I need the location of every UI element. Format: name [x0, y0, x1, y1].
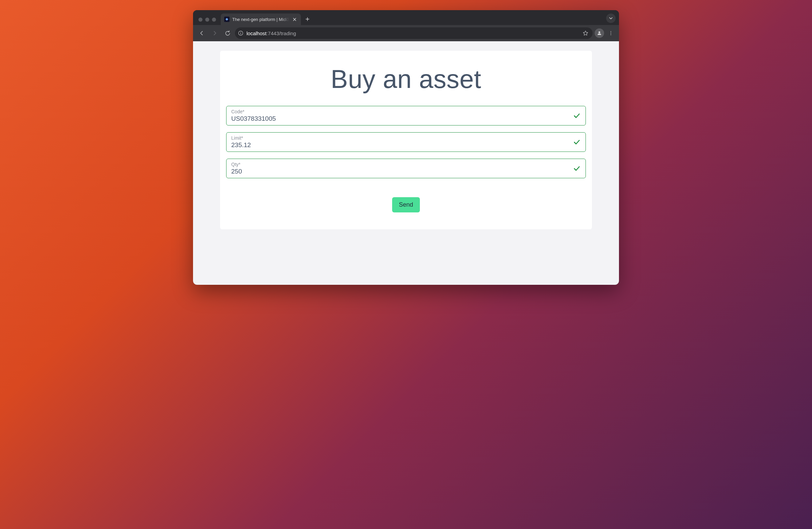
- svg-marker-0: [226, 18, 228, 20]
- tabs-dropdown-button[interactable]: [606, 14, 615, 23]
- svg-point-5: [610, 31, 611, 32]
- code-field[interactable]: Code*: [226, 106, 586, 126]
- tab-close-icon[interactable]: [292, 17, 298, 22]
- check-icon: [572, 165, 581, 172]
- submit-row: Send: [226, 197, 586, 212]
- qty-label: Qty*: [231, 162, 572, 167]
- browser-window: The next-gen platform | Midi3: [193, 10, 619, 285]
- qty-field[interactable]: Qty*: [226, 159, 586, 178]
- limit-input[interactable]: [231, 141, 572, 149]
- forward-button[interactable]: [209, 28, 220, 39]
- svg-point-7: [610, 34, 611, 35]
- tab-strip: The next-gen platform | Midi3: [193, 10, 619, 25]
- bookmark-star-icon[interactable]: [581, 29, 590, 38]
- window-minimize-dot[interactable]: [205, 18, 209, 22]
- back-button[interactable]: [197, 28, 207, 39]
- address-bar[interactable]: localhost:7443/trading: [235, 27, 593, 39]
- browser-toolbar: localhost:7443/trading: [193, 25, 619, 41]
- limit-label: Limit*: [231, 135, 572, 141]
- url-text: localhost:7443/trading: [246, 30, 296, 36]
- page-title: Buy an asset: [226, 64, 586, 94]
- limit-field[interactable]: Limit*: [226, 132, 586, 152]
- browser-tab[interactable]: The next-gen platform | Midi3: [221, 14, 301, 25]
- form-card: Buy an asset Code* Limit*: [220, 51, 592, 229]
- profile-avatar-icon[interactable]: [595, 28, 604, 38]
- check-icon: [572, 138, 581, 146]
- new-tab-button[interactable]: [303, 14, 313, 24]
- buy-asset-form: Code* Limit*: [226, 106, 586, 212]
- check-icon: [572, 112, 581, 120]
- window-close-dot[interactable]: [199, 18, 203, 22]
- url-path: :7443/trading: [266, 30, 296, 36]
- send-button[interactable]: Send: [392, 197, 420, 212]
- code-label: Code*: [231, 109, 572, 114]
- svg-point-2: [240, 32, 241, 32]
- qty-input[interactable]: [231, 167, 572, 175]
- tab-favicon-icon: [224, 17, 230, 22]
- code-input[interactable]: [231, 114, 572, 123]
- window-traffic-lights: [197, 18, 219, 25]
- url-host: localhost: [246, 30, 266, 36]
- svg-point-6: [610, 33, 611, 33]
- reload-button[interactable]: [222, 28, 233, 39]
- tab-title: The next-gen platform | Midi3: [232, 17, 289, 22]
- window-maximize-dot[interactable]: [212, 18, 216, 22]
- svg-point-4: [598, 31, 600, 33]
- svg-rect-3: [240, 33, 241, 34]
- page-viewport: Buy an asset Code* Limit*: [193, 41, 619, 285]
- browser-menu-icon[interactable]: [606, 28, 615, 38]
- site-info-icon[interactable]: [238, 30, 244, 36]
